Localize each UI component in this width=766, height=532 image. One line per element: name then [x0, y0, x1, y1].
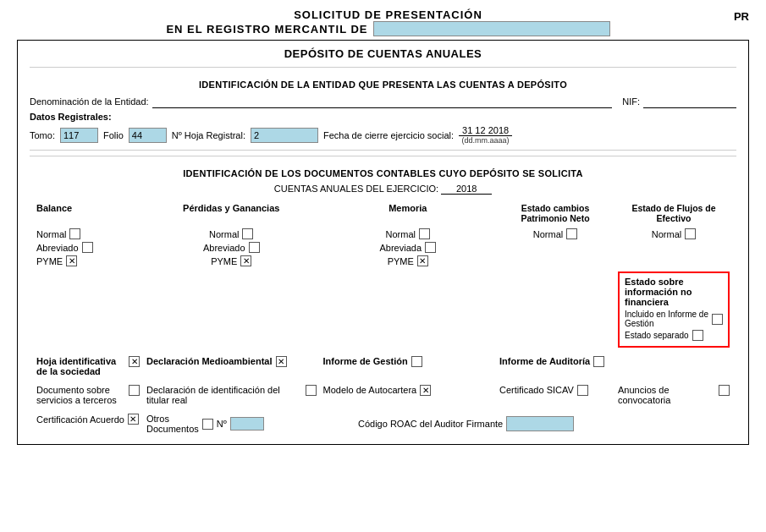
main-box: DEPÓSITO DE CUENTAS ANUALES IDENTIFICACI… — [17, 40, 749, 445]
tomo-row: Tomo: Folio Nº Hoja Registral: Fecha de … — [30, 125, 736, 145]
informe-auditoria-checkbox[interactable] — [593, 356, 604, 367]
anuncios-cell: Anuncios de convocatoria — [614, 383, 733, 407]
ejercicio-value: 2018 — [441, 184, 492, 195]
hoja-sociedad-cell: Hoja identificativa de la sociedad — [33, 354, 143, 378]
tomo-input[interactable] — [60, 128, 98, 143]
memoria-pyme-checkbox[interactable] — [417, 255, 428, 266]
codigo-roac-label: Código ROAC del Auditor Firmante — [358, 419, 503, 429]
header-center: SOLICITUD DE PRESENTACIÓN EN EL REGISTRO… — [42, 8, 734, 36]
registro-mercantil-input[interactable] — [373, 21, 610, 36]
hoja-input[interactable] — [251, 128, 318, 143]
balance-pyme: PYME — [36, 255, 140, 266]
otros-checkbox[interactable] — [202, 419, 213, 430]
balance-abreviado-checkbox[interactable] — [82, 242, 93, 253]
estado-separado-label: Estado separado — [625, 331, 689, 340]
declaracion-id-checkbox[interactable] — [306, 385, 317, 396]
estado-separado-row: Estado separado — [625, 330, 723, 341]
balance-pyme-checkbox[interactable] — [66, 255, 77, 266]
balance-abreviado: Abreviado — [36, 242, 140, 253]
page-header: SOLICITUD DE PRESENTACIÓN EN EL REGISTRO… — [17, 8, 749, 36]
cert-acuerdo-cell: Certificación Acuerdo — [33, 412, 143, 436]
memoria-normal-checkbox[interactable] — [419, 228, 430, 239]
memoria-abreviada: Abreviada — [379, 242, 436, 253]
cert-acuerdo-label: Certificación Acuerdo — [36, 414, 124, 425]
tomo-label: Tomo: — [30, 130, 55, 140]
datos-registrales: Datos Registrales: — [30, 112, 736, 122]
col-header-balance: Balance — [33, 201, 143, 225]
title-line2-prefix: EN EL REGISTRO MERCANTIL DE — [166, 23, 367, 36]
perdidas-normal: Normal — [209, 228, 253, 239]
estado-cambios-normal: Normal — [533, 228, 577, 239]
declaracion-id-cell: Declaración de identificación del titula… — [143, 383, 320, 407]
col-header-estado-flujos: Estado de Flujos de Efectivo — [614, 201, 733, 225]
modelo-autocartera-cell: Modelo de Autocartera — [320, 383, 497, 407]
row4: Certificación Acuerdo Otros Documentos N… — [30, 412, 736, 436]
doc-servicios-checkbox[interactable] — [129, 385, 140, 396]
doc-servicios-cell: Documento sobre servicios a terceros — [33, 383, 143, 407]
perdidas-normal-checkbox[interactable] — [242, 228, 253, 239]
ejercicio-row: CUENTAS ANUALES DEL EJERCICIO: 2018 — [30, 184, 736, 195]
balance-checkboxes: Normal Abreviado PYME — [33, 227, 143, 268]
fecha-value: 31 12 2018 (dd.mm.aaaa) — [459, 125, 512, 145]
informe-gestion-checkbox[interactable] — [411, 356, 422, 367]
pr-label: PR — [734, 10, 749, 23]
title-line2: EN EL REGISTRO MERCANTIL DE — [42, 21, 734, 36]
col-header-memoria: Memoria — [320, 201, 497, 225]
perdidas-pyme: PYME — [211, 255, 251, 266]
perdidas-pyme-checkbox[interactable] — [240, 255, 251, 266]
folio-label: Folio — [103, 130, 124, 140]
col-headers: Balance Pérdidas y Ganancias Memoria Est… — [30, 201, 736, 225]
declaracion-medioambiental-label: Declaración Medioambiental — [146, 356, 273, 366]
section-title: DEPÓSITO DE CUENTAS ANUALES — [30, 47, 736, 60]
memoria-checkboxes: Normal Abreviada PYME — [320, 227, 497, 268]
certificado-sicav-checkbox[interactable] — [577, 385, 588, 396]
title-line1: SOLICITUD DE PRESENTACIÓN — [42, 8, 734, 21]
memoria-pyme: PYME — [388, 255, 428, 266]
estado-cambios-normal-checkbox[interactable] — [566, 228, 577, 239]
estado-info-row: Estado sobre información no financiera I… — [30, 270, 736, 349]
codigo-roac-cell: Código ROAC del Auditor Firmante — [355, 412, 614, 436]
estado-flujos-normal-checkbox[interactable] — [685, 228, 696, 239]
otros-documentos-cell: Otros Documentos Nº — [143, 412, 253, 436]
denominacion-line — [152, 95, 613, 108]
balance-normal-checkbox[interactable] — [69, 228, 80, 239]
certificado-sicav-cell: Certificado SICAV — [496, 383, 614, 407]
id-section: IDENTIFICACIÓN DE LA ENTIDAD QUE PRESENT… — [30, 67, 736, 145]
nif-label: NIF: — [622, 96, 640, 107]
otros-label: Otros Documentos — [146, 414, 199, 434]
estado-info-box: Estado sobre información no financiera I… — [618, 271, 730, 348]
estado-separado-checkbox[interactable] — [692, 330, 703, 341]
informe-auditoria-label: Informe de Auditoría — [499, 356, 590, 366]
perdidas-checkboxes: Normal Abreviado PYME — [143, 227, 320, 268]
incluido-label: Incluido en Informe de Gestión — [625, 310, 708, 328]
memoria-abreviada-checkbox[interactable] — [425, 242, 436, 253]
anuncios-checkbox[interactable] — [719, 385, 730, 396]
perdidas-abreviado-checkbox[interactable] — [249, 242, 260, 253]
hoja-sociedad-checkbox[interactable] — [129, 356, 140, 367]
row2: Hoja identificativa de la sociedad Decla… — [30, 354, 736, 378]
ejercicio-label: CUENTAS ANUALES DEL EJERCICIO: — [274, 184, 438, 194]
denominacion-label: Denominación de la Entidad: — [30, 96, 149, 107]
hoja-label: Nº Hoja Registral: — [172, 130, 245, 140]
estado-flujos-checkboxes: Normal — [614, 227, 733, 268]
informe-auditoria-cell: Informe de Auditoría — [496, 354, 614, 378]
perdidas-abreviado: Abreviado — [203, 242, 260, 253]
anuncios-label: Anuncios de convocatoria — [618, 385, 715, 405]
codigo-roac-input[interactable] — [506, 416, 574, 431]
declaracion-medioambiental-cell: Declaración Medioambiental — [143, 354, 320, 378]
col-header-perdidas: Pérdidas y Ganancias — [143, 201, 320, 225]
estado-cambios-checkboxes: Normal — [496, 227, 614, 268]
datos-label: Datos Registrales: — [30, 112, 112, 122]
balance-normal: Normal — [36, 228, 140, 239]
modelo-autocartera-label: Modelo de Autocartera — [323, 385, 417, 395]
id-section-title: IDENTIFICACIÓN DE LA ENTIDAD QUE PRESENT… — [30, 80, 736, 90]
declaracion-medioambiental-checkbox[interactable] — [276, 356, 287, 367]
modelo-autocartera-checkbox[interactable] — [420, 385, 431, 396]
cert-acuerdo-checkbox[interactable] — [128, 414, 139, 425]
folio-input[interactable] — [129, 128, 167, 143]
estado-info-title: Estado sobre información no financiera — [625, 277, 723, 307]
incluido-informe-row: Incluido en Informe de Gestión — [625, 310, 723, 328]
incluido-informe-checkbox[interactable] — [712, 314, 723, 325]
informe-gestion-label: Informe de Gestión — [323, 356, 408, 366]
informe-gestion-cell: Informe de Gestión — [320, 354, 497, 378]
